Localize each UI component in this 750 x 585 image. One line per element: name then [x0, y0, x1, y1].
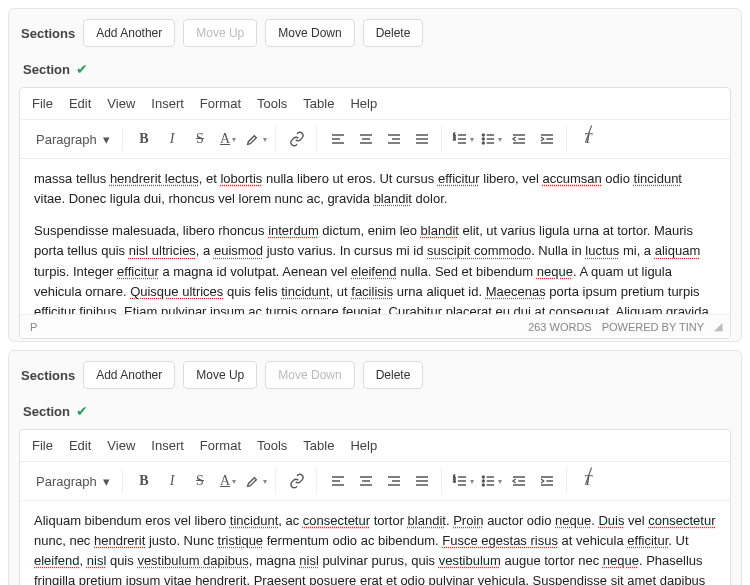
highlight-button[interactable]: ▾: [243, 126, 269, 152]
menu-table[interactable]: Table: [303, 438, 334, 453]
menu-view[interactable]: View: [107, 438, 135, 453]
rich-text-editor-2: File Edit View Insert Format Tools Table…: [19, 429, 731, 585]
svg-text:2: 2: [453, 136, 456, 141]
rich-text-editor-1: File Edit View Insert Format Tools Table…: [19, 87, 731, 339]
add-another-button[interactable]: Add Another: [83, 19, 175, 47]
chevron-down-icon: ▾: [103, 474, 110, 489]
check-icon: ✔: [76, 61, 88, 77]
strikethrough-button[interactable]: S: [187, 126, 213, 152]
block-format-select[interactable]: Paragraph▾: [28, 128, 123, 151]
svg-point-17: [482, 134, 484, 136]
element-path[interactable]: P: [30, 321, 37, 333]
menu-table[interactable]: Table: [303, 96, 334, 111]
sections-label: Sections: [21, 368, 75, 383]
align-justify-button[interactable]: [409, 126, 435, 152]
delete-button[interactable]: Delete: [363, 361, 424, 389]
outdent-button[interactable]: [506, 126, 532, 152]
editor-toolbar: Paragraph▾ B I S A▾ ▾ 12▾ ▾: [20, 462, 730, 501]
link-button[interactable]: [284, 126, 310, 152]
menu-view[interactable]: View: [107, 96, 135, 111]
resize-handle-icon[interactable]: ◢: [714, 320, 720, 333]
menu-help[interactable]: Help: [350, 438, 377, 453]
word-count[interactable]: 263 WORDS: [528, 321, 592, 333]
svg-point-47: [482, 480, 484, 482]
editor-statusbar: P 263 WORDS POWERED BY TINY ◢: [20, 314, 730, 338]
move-down-button: Move Down: [265, 361, 354, 389]
italic-button[interactable]: I: [159, 468, 185, 494]
align-right-button[interactable]: [381, 468, 407, 494]
indent-button[interactable]: [534, 468, 560, 494]
menu-tools[interactable]: Tools: [257, 438, 287, 453]
bullet-list-button[interactable]: ▾: [478, 468, 504, 494]
link-button[interactable]: [284, 468, 310, 494]
svg-point-48: [482, 484, 484, 486]
section-label: Section: [23, 404, 70, 419]
numbered-list-button[interactable]: 12▾: [450, 468, 476, 494]
move-up-button: Move Up: [183, 19, 257, 47]
editor-menubar: File Edit View Insert Format Tools Table…: [20, 88, 730, 120]
menu-edit[interactable]: Edit: [69, 96, 91, 111]
align-right-button[interactable]: [381, 126, 407, 152]
section-panel-1: Sections Add Another Move Up Move Down D…: [8, 8, 742, 342]
align-left-button[interactable]: [325, 126, 351, 152]
add-another-button[interactable]: Add Another: [83, 361, 175, 389]
text-color-button[interactable]: A▾: [215, 126, 241, 152]
menu-edit[interactable]: Edit: [69, 438, 91, 453]
bold-button[interactable]: B: [131, 468, 157, 494]
svg-point-18: [482, 138, 484, 140]
numbered-list-button[interactable]: 12▾: [450, 126, 476, 152]
menu-file[interactable]: File: [32, 438, 53, 453]
menu-insert[interactable]: Insert: [151, 96, 184, 111]
clear-formatting-button[interactable]: T: [575, 126, 601, 152]
menu-help[interactable]: Help: [350, 96, 377, 111]
clear-formatting-button[interactable]: T: [575, 468, 601, 494]
align-center-button[interactable]: [353, 126, 379, 152]
move-up-button[interactable]: Move Up: [183, 361, 257, 389]
bold-button[interactable]: B: [131, 126, 157, 152]
svg-point-19: [482, 142, 484, 144]
strikethrough-button[interactable]: S: [187, 468, 213, 494]
panel-header: Sections Add Another Move Up Move Down D…: [9, 351, 741, 399]
powered-by-label: POWERED BY TINY: [602, 321, 704, 333]
editor-content-area[interactable]: Aliquam bibendum eros vel libero tincidu…: [20, 501, 730, 585]
editor-content-area[interactable]: massa tellus hendrerit lectus, et lobort…: [20, 159, 730, 314]
chevron-down-icon: ▾: [103, 132, 110, 147]
editor-toolbar: Paragraph▾ B I S A▾ ▾ 12▾ ▾: [20, 120, 730, 159]
menu-file[interactable]: File: [32, 96, 53, 111]
sections-label: Sections: [21, 26, 75, 41]
menu-insert[interactable]: Insert: [151, 438, 184, 453]
align-center-button[interactable]: [353, 468, 379, 494]
block-format-select[interactable]: Paragraph▾: [28, 470, 123, 493]
menu-format[interactable]: Format: [200, 96, 241, 111]
align-justify-button[interactable]: [409, 468, 435, 494]
section-label: Section: [23, 62, 70, 77]
move-down-button[interactable]: Move Down: [265, 19, 354, 47]
align-left-button[interactable]: [325, 468, 351, 494]
italic-button[interactable]: I: [159, 126, 185, 152]
delete-button[interactable]: Delete: [363, 19, 424, 47]
text-color-button[interactable]: A▾: [215, 468, 241, 494]
section-title-row: Section ✔: [9, 57, 741, 87]
svg-point-46: [482, 476, 484, 478]
check-icon: ✔: [76, 403, 88, 419]
section-panel-2: Sections Add Another Move Up Move Down D…: [8, 350, 742, 585]
panel-header: Sections Add Another Move Up Move Down D…: [9, 9, 741, 57]
editor-menubar: File Edit View Insert Format Tools Table…: [20, 430, 730, 462]
outdent-button[interactable]: [506, 468, 532, 494]
section-title-row: Section ✔: [9, 399, 741, 429]
svg-text:2: 2: [453, 478, 456, 483]
menu-tools[interactable]: Tools: [257, 96, 287, 111]
highlight-button[interactable]: ▾: [243, 468, 269, 494]
indent-button[interactable]: [534, 126, 560, 152]
bullet-list-button[interactable]: ▾: [478, 126, 504, 152]
menu-format[interactable]: Format: [200, 438, 241, 453]
